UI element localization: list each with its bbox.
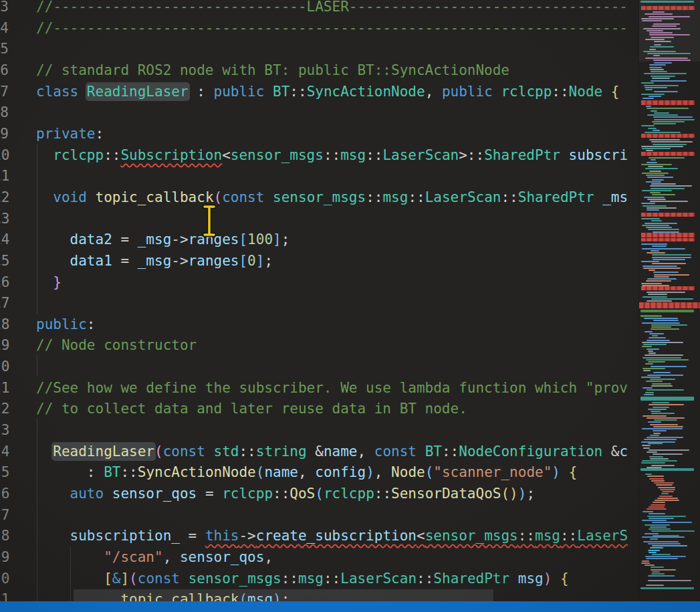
line-number[interactable]: 11 xyxy=(0,165,9,187)
minimap-row xyxy=(652,335,658,336)
code-line[interactable]: 25: BT::SyncActionNode(name, config), No… xyxy=(0,462,638,483)
line-number[interactable]: 6 xyxy=(0,60,9,81)
line-number[interactable]: 5 xyxy=(0,38,9,60)
minimap-error-bar xyxy=(641,100,695,105)
line-number[interactable]: 13 xyxy=(0,208,9,229)
minimap-row xyxy=(648,361,665,363)
status-bar[interactable] xyxy=(0,601,700,612)
line-number[interactable]: 12 xyxy=(0,187,9,208)
line-number[interactable]: 29 xyxy=(0,546,9,568)
line-number[interactable]: 18 xyxy=(0,314,9,335)
code-token: public xyxy=(214,84,265,100)
code-line[interactable]: 16} xyxy=(0,272,638,293)
minimap-row xyxy=(650,379,675,380)
line-number[interactable]: 20 xyxy=(0,356,9,377)
code-line[interactable]: 18public: xyxy=(0,314,638,335)
code-line[interactable]: 13 xyxy=(0,208,638,229)
line-number[interactable]: 19 xyxy=(0,334,9,356)
code-line[interactable]: 27 xyxy=(0,504,638,526)
minimap-row xyxy=(645,565,655,566)
line-number[interactable]: 7 xyxy=(0,81,9,102)
minimap-row xyxy=(646,181,661,183)
code-token: [ xyxy=(239,253,247,269)
code-token: rclcpp xyxy=(53,147,104,163)
minimap-row xyxy=(642,346,652,347)
code-token: LaserScan xyxy=(340,571,417,587)
minimap-error-bar xyxy=(641,233,695,237)
code-token: _msg xyxy=(138,253,172,269)
minimap-row xyxy=(642,173,669,174)
code-line[interactable]: 24ReadingLaser(const std::string &name, … xyxy=(0,441,638,462)
code-token: // to collect data and later reuse data … xyxy=(36,401,467,417)
code-line[interactable]: 5 xyxy=(0,38,638,60)
code-line[interactable]: 22// to collect data and later reuse dat… xyxy=(0,398,638,419)
minimap-row xyxy=(648,575,675,577)
code-line[interactable]: 14data2 = _msg->ranges[100]; xyxy=(0,229,638,250)
line-number[interactable]: 17 xyxy=(0,292,9,314)
line-number[interactable]: 8 xyxy=(0,102,9,123)
line-number[interactable]: 28 xyxy=(0,525,9,546)
line-number[interactable]: 10 xyxy=(0,144,9,166)
line-number[interactable]: 24 xyxy=(0,441,9,462)
minimap-row xyxy=(643,98,654,99)
minimap-row xyxy=(651,504,665,506)
line-number[interactable]: 26 xyxy=(0,483,9,504)
code-token: sensor_msgs xyxy=(425,528,518,544)
minimap-row xyxy=(649,352,656,354)
code-line[interactable]: 10rclcpp::Subscription<sensor_msgs::msg:… xyxy=(0,144,638,166)
code-line[interactable]: 6// standard ROS2 node with BT: public B… xyxy=(0,60,638,81)
minimap-row xyxy=(648,229,679,230)
code-line[interactable]: 26auto sensor_qos = rclcpp::QoS(rclcpp::… xyxy=(0,483,638,504)
code-line[interactable]: 9private: xyxy=(0,123,638,144)
minimap-row xyxy=(648,294,667,295)
line-number[interactable]: 31 xyxy=(0,589,9,601)
minimap-row xyxy=(641,563,650,564)
code-editor-area[interactable]: 3//------------------------------LASER--… xyxy=(0,0,638,601)
line-number[interactable]: 15 xyxy=(0,250,9,272)
code-line[interactable]: 19// Node constructor xyxy=(0,334,638,356)
line-number[interactable]: 14 xyxy=(0,229,9,250)
line-number[interactable]: 3 xyxy=(0,0,9,17)
code-token: ( xyxy=(154,443,163,460)
minimap-row xyxy=(652,522,692,523)
code-token xyxy=(104,486,112,502)
code-token: & xyxy=(307,443,324,460)
code-token: auto xyxy=(70,486,104,502)
vscode-editor-window: 3//------------------------------LASER--… xyxy=(0,0,700,612)
minimap[interactable] xyxy=(638,0,700,601)
code-token: ) xyxy=(273,591,281,601)
line-number[interactable]: 22 xyxy=(0,398,9,419)
code-line[interactable]: 29"/scan", sensor_qos, xyxy=(0,546,638,568)
code-line[interactable]: 4//-------------------------------------… xyxy=(0,17,638,39)
code-line[interactable]: 7class ReadingLaser : public BT::SyncAct… xyxy=(0,81,638,102)
minimap-row xyxy=(644,85,679,86)
minimap-row xyxy=(643,541,679,542)
code-line[interactable]: 17 xyxy=(0,292,638,314)
line-number[interactable]: 21 xyxy=(0,377,9,399)
line-number[interactable]: 27 xyxy=(0,504,9,526)
code-line[interactable]: 23 xyxy=(0,419,638,441)
code-line[interactable]: 3//------------------------------LASER--… xyxy=(0,0,638,17)
code-line[interactable]: 21//See how we define the subscriber. We… xyxy=(0,377,638,399)
line-number[interactable]: 23 xyxy=(0,419,9,441)
minimap-row xyxy=(648,128,657,129)
code-line[interactable]: 11 xyxy=(0,165,638,187)
minimap-row xyxy=(643,344,667,345)
code-token: msg xyxy=(340,147,366,163)
code-token: //------------------------------LASER---… xyxy=(36,0,628,15)
minimap-viewport-slider[interactable] xyxy=(639,0,700,62)
line-number[interactable]: 16 xyxy=(0,272,9,293)
code-line[interactable]: 20 xyxy=(0,356,638,377)
code-line[interactable]: 12void topic_callback(const sensor_msgs:… xyxy=(0,187,638,208)
code-line[interactable]: 30[&](const sensor_msgs::msg::LaserScan:… xyxy=(0,568,638,589)
line-number[interactable]: 9 xyxy=(0,123,9,144)
code-text: //See how we define the subscriber. We u… xyxy=(36,377,628,399)
minimap-row xyxy=(646,106,651,107)
code-line[interactable]: 8 xyxy=(0,102,638,123)
line-number[interactable]: 25 xyxy=(0,462,9,483)
code-line[interactable]: 31topic_callback(msg); xyxy=(0,589,638,601)
code-line[interactable]: 28subscription_ = this->create_subscript… xyxy=(0,525,638,546)
line-number[interactable]: 4 xyxy=(0,17,9,39)
line-number[interactable]: 30 xyxy=(0,568,9,589)
code-line[interactable]: 15data1 = _msg->ranges[0]; xyxy=(0,250,638,272)
